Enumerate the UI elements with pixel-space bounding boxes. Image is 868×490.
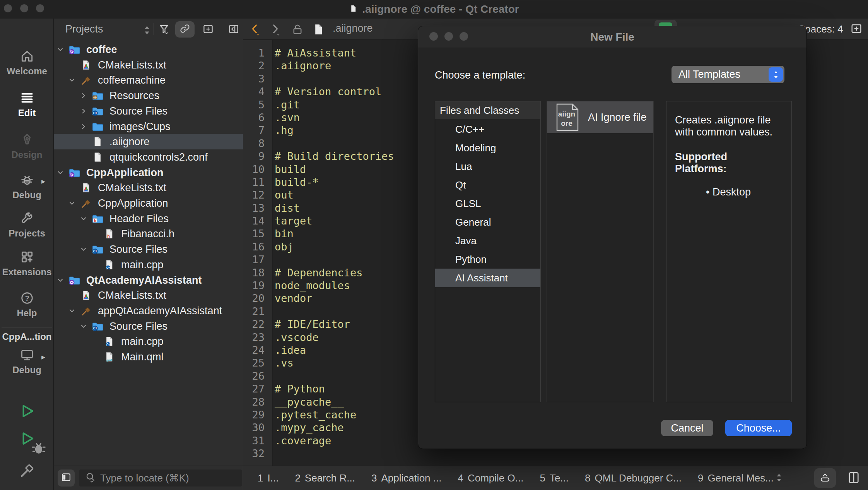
filter-icon[interactable] bbox=[158, 23, 170, 36]
sidebar-mode-help[interactable]: ?Help bbox=[0, 291, 54, 319]
tree-item-resources[interactable]: Resources bbox=[54, 88, 243, 103]
hammer-node-icon bbox=[80, 198, 92, 209]
category-header-files-and-classes[interactable]: Files and Classes bbox=[435, 101, 540, 119]
file-icon[interactable] bbox=[312, 22, 325, 38]
navigate-back-icon[interactable] bbox=[248, 22, 261, 38]
unlock-icon[interactable] bbox=[291, 22, 304, 38]
active-project-label[interactable]: CppA...tion bbox=[0, 331, 54, 342]
sidebar-mode-design[interactable]: Design bbox=[0, 132, 54, 160]
template-item-label: AI Ignore file bbox=[588, 111, 647, 123]
sidebar-mode-extensions[interactable]: Extensions bbox=[0, 250, 54, 278]
chevron-down-icon[interactable] bbox=[80, 246, 87, 252]
chevron-down-icon[interactable] bbox=[57, 46, 63, 53]
close-window-button[interactable] bbox=[4, 4, 12, 12]
chevron-right-icon[interactable] bbox=[80, 108, 87, 114]
toggle-left-sidebar-button[interactable] bbox=[58, 469, 75, 487]
tree-item-main.qml[interactable]: qmlMain.qml bbox=[54, 349, 243, 365]
navigate-forward-icon[interactable] bbox=[268, 22, 282, 38]
build-button[interactable] bbox=[0, 462, 54, 481]
chevron-right-icon[interactable] bbox=[80, 123, 87, 130]
tree-item-cmakelists.txt[interactable]: CMakeLists.txt bbox=[54, 180, 243, 195]
tree-item-cmakelists.txt[interactable]: CMakeLists.txt bbox=[54, 57, 243, 73]
sidebar-mode-projects[interactable]: Projects bbox=[0, 211, 54, 239]
category-item-qt[interactable]: Qt bbox=[435, 176, 540, 194]
output-pane-2[interactable]: 2Search R... bbox=[287, 472, 363, 484]
panel-selector-arrows-icon[interactable] bbox=[141, 24, 153, 38]
split-editor-icon[interactable] bbox=[850, 22, 863, 36]
line-number: 14 bbox=[243, 214, 269, 227]
choose-button[interactable]: Choose... bbox=[725, 420, 792, 436]
debug-target-label: Debug bbox=[0, 365, 54, 375]
locator-input[interactable]: Type to locate (⌘K) bbox=[79, 469, 242, 487]
link-with-editor-button[interactable] bbox=[175, 21, 195, 38]
chevron-down-icon[interactable] bbox=[69, 77, 75, 83]
category-item-java[interactable]: Java bbox=[435, 231, 540, 250]
dialog-minimize-button[interactable] bbox=[444, 32, 453, 41]
tree-item-cppapplication[interactable]: CppApplication bbox=[54, 195, 243, 211]
line-number: 9 bbox=[243, 150, 269, 163]
category-item-general[interactable]: General bbox=[435, 213, 540, 231]
category-item-ai-assistant[interactable]: AI Assistant bbox=[435, 269, 540, 287]
category-item-c-c-[interactable]: C/C++ bbox=[435, 120, 540, 139]
tree-item-qtacademyaiassistant[interactable]: QtAcademyAIAssistant bbox=[54, 272, 243, 288]
sidebar-mode-welcome[interactable]: Welcome bbox=[0, 49, 54, 77]
dialog-zoom-button[interactable] bbox=[460, 32, 468, 41]
tree-item-main.cpp[interactable]: C+main.cpp bbox=[54, 257, 243, 272]
chevron-down-icon[interactable] bbox=[57, 170, 63, 176]
toggle-output-pane-button[interactable] bbox=[814, 468, 836, 488]
tree-item-header-files[interactable]: hHeader Files bbox=[54, 211, 243, 226]
chevron-down-icon[interactable] bbox=[69, 200, 75, 206]
category-item-glsl[interactable]: GLSL bbox=[435, 194, 540, 213]
code-text bbox=[269, 254, 275, 266]
mode-label: Help bbox=[0, 308, 54, 319]
add-panel-icon[interactable] bbox=[202, 23, 214, 36]
dialog-close-button[interactable] bbox=[429, 32, 438, 41]
tree-item-.aiignore[interactable]: .aiignore bbox=[54, 134, 243, 149]
link-icon bbox=[179, 23, 191, 36]
sidebar-mode-debug[interactable]: Debug▸ bbox=[0, 173, 54, 200]
chevron-right-icon[interactable] bbox=[80, 93, 87, 99]
tree-item-label: QtAcademyAIAssistant bbox=[86, 274, 202, 286]
line-number: 16 bbox=[243, 240, 269, 253]
tree-item-source-files[interactable]: C+Source Files bbox=[54, 103, 243, 119]
run-button[interactable] bbox=[0, 403, 54, 421]
output-pane-9[interactable]: 9General Mes... bbox=[690, 472, 782, 484]
output-pane-8[interactable]: 8QML Debugger C... bbox=[577, 472, 690, 484]
chevron-down-icon[interactable] bbox=[80, 323, 87, 329]
output-pane-1[interactable]: 1I... bbox=[249, 472, 287, 484]
zoom-window-button[interactable] bbox=[36, 4, 44, 12]
tree-item-coffeemachine[interactable]: coffeemachine bbox=[54, 72, 243, 88]
category-item-python[interactable]: Python bbox=[435, 250, 540, 269]
tree-item-source-files[interactable]: C+Source Files bbox=[54, 242, 243, 257]
debug-run-button[interactable] bbox=[0, 430, 54, 449]
chevron-down-icon[interactable] bbox=[80, 216, 87, 222]
output-pane-arrows-icon[interactable] bbox=[774, 472, 784, 485]
search-icon bbox=[85, 471, 96, 485]
toggle-right-sidebar-button[interactable] bbox=[847, 471, 861, 486]
category-item-modeling[interactable]: Modeling bbox=[435, 139, 540, 157]
tree-item-qtquickcontrols2.conf[interactable]: qtquickcontrols2.conf bbox=[54, 149, 243, 165]
template-filter-dropdown[interactable]: All Templates bbox=[672, 66, 784, 83]
tree-item-cppapplication[interactable]: CppApplication bbox=[54, 165, 243, 180]
code-text: out bbox=[269, 189, 294, 201]
tree-item-appqtacademyaiassistant[interactable]: appQtAcademyAIAssistant bbox=[54, 303, 243, 319]
debug-target-selector[interactable]: Debug▸ bbox=[0, 348, 54, 375]
qt-creator-window: .aiignore @ coffee - Qt Creator WelcomeE… bbox=[0, 0, 868, 490]
collapse-panel-icon[interactable] bbox=[228, 23, 239, 36]
minimize-window-button[interactable] bbox=[20, 4, 28, 12]
tree-item-images-cups[interactable]: images/Cups bbox=[54, 119, 243, 134]
template-item-ai-ignore-file[interactable]: aiignore AI Ignore file bbox=[547, 101, 653, 133]
sidebar-mode-edit[interactable]: Edit bbox=[0, 91, 54, 118]
tree-item-coffee[interactable]: coffee bbox=[54, 42, 243, 57]
tree-item-source-files[interactable]: C+Source Files bbox=[54, 319, 243, 334]
output-pane-5[interactable]: 5Te... bbox=[531, 472, 577, 484]
chevron-down-icon[interactable] bbox=[57, 277, 63, 283]
output-pane-3[interactable]: 3Application ... bbox=[363, 472, 450, 484]
tree-item-fibanacci.h[interactable]: hFibanacci.h bbox=[54, 226, 243, 242]
tree-item-main.cpp[interactable]: C+main.cpp bbox=[54, 334, 243, 349]
category-item-lua[interactable]: Lua bbox=[435, 157, 540, 176]
cancel-button[interactable]: Cancel bbox=[661, 420, 713, 436]
tree-item-cmakelists.txt[interactable]: CMakeLists.txt bbox=[54, 288, 243, 303]
output-pane-4[interactable]: 4Compile O... bbox=[449, 472, 531, 484]
chevron-down-icon[interactable] bbox=[69, 308, 75, 314]
